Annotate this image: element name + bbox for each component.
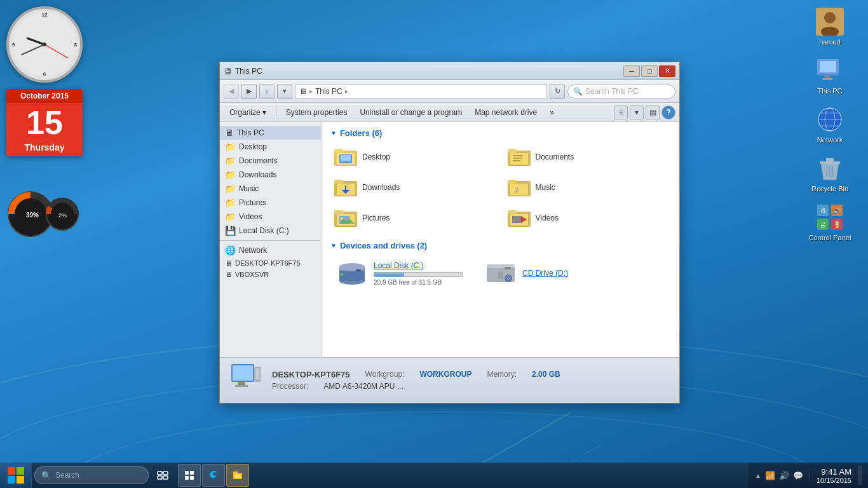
local-disk-name: Local Disk (C:) [374,261,463,270]
desktop-icons-container: hamed This PC Network [804,6,855,241]
desktop-icon-network[interactable]: Network [804,104,855,144]
svg-rect-83 [233,365,253,381]
sidebar-item-vboxsvr[interactable]: 🖥 VBOXSVR [220,269,321,280]
folder-pictures[interactable]: Pictures [330,205,498,231]
minimize-button[interactable]: ─ [623,65,640,77]
device-cd-drive[interactable]: CD Drive (D:) [479,257,606,290]
status-workgroup-value: WORKGROUP [419,370,471,379]
svg-rect-23 [820,161,840,164]
view-details-button[interactable]: ≡ [614,105,628,119]
taskbar-task-view-button[interactable] [151,464,174,487]
sidebar-item-pictures[interactable]: 📁 Pictures [220,196,321,210]
uninstall-button[interactable]: Uninstall or change a program [354,105,468,119]
desktop-icon-recyclebin[interactable]: Recycle Bin [804,153,855,193]
status-bar: DESKTOP-KPT6F75 Workgroup: WORKGROUP Mem… [220,357,679,403]
folders-arrow-icon: ▼ [330,130,337,137]
back-button[interactable]: ◀ [224,84,239,99]
svg-line-3 [127,412,572,463]
up-button[interactable]: ↑ [259,84,275,99]
sidebar-item-thispc[interactable]: 🖥 This PC [220,126,321,140]
folders-section-header[interactable]: ▼ Folders (6) [330,128,670,138]
svg-rect-14 [820,61,836,72]
svg-rect-93 [163,471,168,475]
svg-rect-102 [233,471,238,474]
sidebar-item-videos[interactable]: 📁 Videos [220,210,321,224]
explorer-window: 🖥 This PC ─ □ ✕ ◀ ▶ ↑ ▾ 🖥 ▸ This PC ▸ ↻ … [219,62,680,403]
path-icon: 🖥 [299,87,307,96]
refresh-button[interactable]: ↻ [550,84,565,99]
taskbar-explorer-button[interactable] [226,464,249,487]
svg-rect-95 [163,476,168,479]
map-network-button[interactable]: Map network drive [469,105,543,119]
svg-rect-90 [8,476,15,484]
status-memory-label: Memory: [487,370,517,379]
tray-expand-button[interactable]: ▲ [755,472,761,479]
taskbar: 🔍 Search [0,463,868,488]
svg-text:🔋: 🔋 [833,220,841,229]
taskbar-apps [178,464,249,487]
sidebar-item-desktop-kpt[interactable]: 🖥 DESKTOP-KPT6F75 [220,257,321,269]
svg-point-62 [341,217,343,220]
recent-button[interactable]: ▾ [277,84,292,99]
sidebar-item-music[interactable]: 📁 Music [220,182,321,196]
local-disk-bar [374,272,463,277]
desktop-icon-network-label: Network [817,136,843,144]
taskbar-store-button[interactable] [178,464,201,487]
svg-rect-44 [508,149,517,153]
tray-message-icon[interactable]: 💬 [793,471,803,480]
sidebar-item-documents[interactable]: 📁 Documents [220,154,321,168]
device-local-disk[interactable]: Local Disk (C:) 20.9 GB free of 31.5 GB [330,257,469,290]
svg-rect-77 [505,267,511,269]
search-box[interactable]: 🔍 Search This PC [567,85,675,98]
svg-point-81 [508,278,509,279]
view-dropdown-button[interactable]: ▾ [630,105,644,119]
sidebar-item-network[interactable]: 🌐 Network [220,243,321,257]
content-pane: ▼ Folders (6) [322,122,679,357]
svg-rect-87 [255,368,259,379]
desktop-icon-thispc[interactable]: This PC [804,55,855,95]
svg-rect-47 [513,158,522,159]
svg-rect-92 [158,471,162,475]
clock-widget: 12 3 6 9 [6,6,83,83]
status-processor-value: AMD A6-3420M APU ... [323,382,403,391]
maximize-button[interactable]: □ [641,65,658,77]
folder-videos[interactable]: Videos [504,205,671,231]
start-button[interactable] [0,463,32,488]
folder-downloads[interactable]: Downloads [330,175,498,200]
devices-section-header[interactable]: ▼ Devices and drives (2) [330,241,670,250]
svg-rect-16 [822,78,832,80]
svg-text:🔊: 🔊 [833,207,841,215]
close-button[interactable]: ✕ [659,65,675,77]
status-computer-name: DESKTOP-KPT6F75 [272,370,350,379]
sidebar-item-desktop[interactable]: 📁 Desktop [220,140,321,154]
show-desktop-button[interactable] [858,466,862,485]
sidebar: 🖥 This PC 📁 Desktop 📁 Documents 📁 Downlo… [220,122,322,357]
svg-rect-24 [826,158,834,161]
taskbar-edge-button[interactable] [202,464,225,487]
svg-rect-91 [17,476,24,484]
sidebar-item-downloads[interactable]: 📁 Downloads [220,168,321,182]
organize-button[interactable]: Organize ▾ [224,105,272,119]
explorer-window-title: This PC [235,67,262,76]
status-processor-label: Processor: [272,382,308,391]
preview-pane-button[interactable]: ▤ [646,105,660,119]
desktop-icon-hamed[interactable]: hamed [804,6,855,46]
tray-network-icon[interactable]: 📶 [765,471,775,480]
folder-music[interactable]: ♪ Music [504,175,671,200]
svg-rect-89 [17,467,24,475]
svg-rect-42 [343,161,348,163]
sidebar-item-localdisk[interactable]: 💾 Local Disk (C:) [220,224,321,238]
svg-point-2 [64,412,826,463]
help-button[interactable]: ? [661,105,675,119]
taskbar-search[interactable]: 🔍 Search [34,466,149,484]
desktop-icon-controlpanel[interactable]: ⚙ 🔊 🖨 🔋 Control Panel [804,202,855,241]
folder-documents[interactable]: Documents [504,144,671,170]
system-properties-button[interactable]: System properties [280,105,353,119]
forward-button[interactable]: ▶ [241,84,257,99]
address-bar[interactable]: 🖥 ▸ This PC ▸ [295,85,547,98]
folder-desktop[interactable]: Desktop [330,144,498,170]
more-button[interactable]: » [544,105,560,119]
tray-clock[interactable]: 9:41 AM 10/15/2015 [817,467,851,484]
tray-volume-icon[interactable]: 🔊 [779,471,789,480]
svg-point-10 [824,12,836,24]
